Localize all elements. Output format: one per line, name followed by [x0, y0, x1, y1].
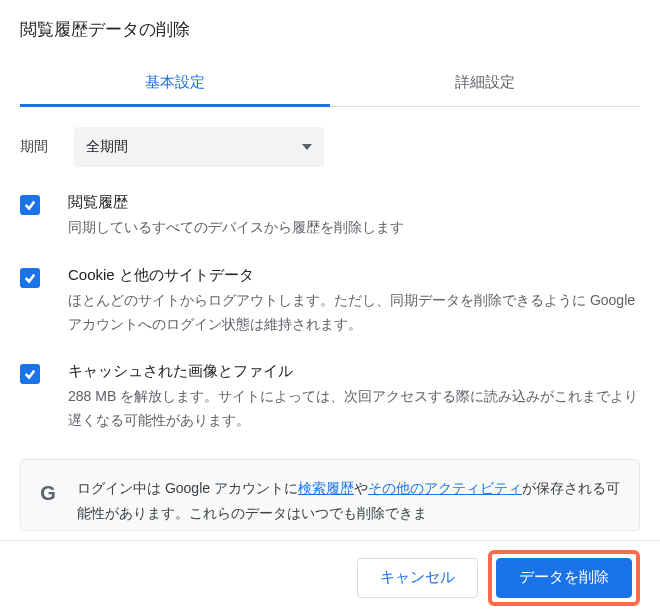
- time-range-value: 全期間: [86, 138, 128, 156]
- checkbox-cache[interactable]: [20, 364, 40, 384]
- clear-data-button[interactable]: データを削除: [496, 558, 632, 598]
- option-cache: キャッシュされた画像とファイル 288 MB を解放します。サイトによっては、次…: [20, 362, 640, 433]
- google-account-info: G ログイン中は Google アカウントに検索履歴やその他のアクティビティが保…: [20, 459, 640, 531]
- checkbox-cookies[interactable]: [20, 268, 40, 288]
- checkbox-browsing-history[interactable]: [20, 195, 40, 215]
- time-range-select[interactable]: 全期間: [74, 127, 324, 167]
- check-icon: [24, 368, 36, 380]
- option-title: キャッシュされた画像とファイル: [68, 362, 640, 381]
- option-title: Cookie と他のサイトデータ: [68, 266, 640, 285]
- info-text: ログイン中は Google アカウントに検索履歴やその他のアクティビティが保存さ…: [77, 476, 623, 526]
- option-browsing-history: 閲覧履歴 同期しているすべてのデバイスから履歴を削除します: [20, 193, 640, 240]
- tabs: 基本設定 詳細設定: [20, 59, 640, 107]
- highlight-annotation: データを削除: [488, 550, 640, 606]
- link-search-history[interactable]: 検索履歴: [298, 480, 354, 496]
- check-icon: [24, 199, 36, 211]
- option-cookies: Cookie と他のサイトデータ ほとんどのサイトからログアウトします。ただし、…: [20, 266, 640, 337]
- option-title: 閲覧履歴: [68, 193, 640, 212]
- option-desc: ほとんどのサイトからログアウトします。ただし、同期データを削除できるように Go…: [68, 289, 640, 337]
- link-other-activity[interactable]: その他のアクティビティ: [368, 480, 522, 496]
- option-desc: 288 MB を解放します。サイトによっては、次回アクセスする際に読み込みがこれ…: [68, 385, 640, 433]
- dialog-footer: キャンセル データを削除: [0, 540, 660, 614]
- option-desc: 同期しているすべてのデバイスから履歴を削除します: [68, 216, 640, 240]
- google-logo-icon: G: [37, 482, 59, 504]
- tab-advanced[interactable]: 詳細設定: [330, 59, 640, 106]
- check-icon: [24, 272, 36, 284]
- dialog-title: 閲覧履歴データの削除: [20, 18, 640, 41]
- cancel-button[interactable]: キャンセル: [357, 558, 478, 598]
- chevron-down-icon: [302, 144, 312, 150]
- time-range-label: 期間: [20, 138, 74, 156]
- tab-basic[interactable]: 基本設定: [20, 59, 330, 106]
